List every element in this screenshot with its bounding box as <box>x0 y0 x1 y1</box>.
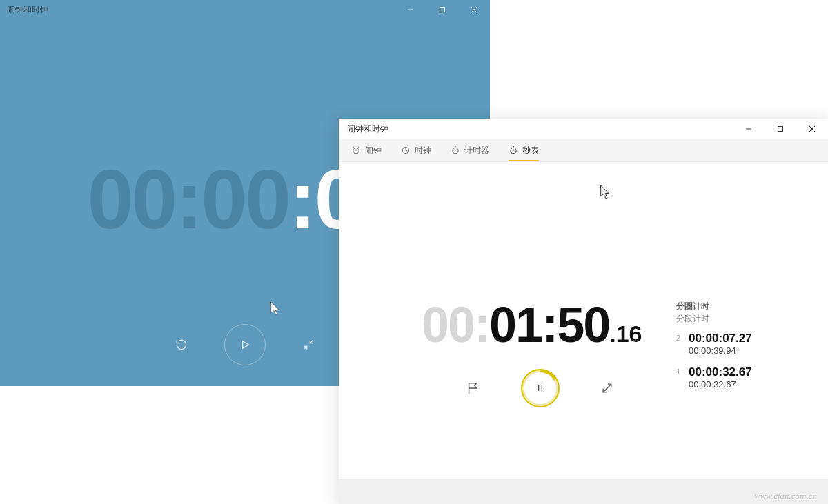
svg-marker-4 <box>243 341 249 349</box>
cursor-icon <box>600 185 610 199</box>
lap-row: 2 00:00:07.27 00:00:39.94 <box>676 332 787 356</box>
close-button[interactable] <box>796 119 828 139</box>
lap-header-total: 分段计时 <box>676 312 787 325</box>
svg-line-19 <box>455 150 457 151</box>
svg-line-13 <box>353 147 354 148</box>
window-title: 闹钟和时钟 <box>7 4 48 16</box>
svg-rect-1 <box>440 8 445 12</box>
svg-line-17 <box>406 150 407 151</box>
svg-point-21 <box>511 148 516 154</box>
play-button[interactable] <box>224 324 266 365</box>
tab-label: 闹钟 <box>365 145 382 157</box>
tab-label: 秒表 <box>522 145 539 157</box>
collapse-button[interactable] <box>296 332 321 357</box>
controls <box>463 369 618 407</box>
svg-point-18 <box>453 148 458 154</box>
minimize-button[interactable] <box>733 119 765 139</box>
watermark: www.cfan.com.cn <box>754 491 817 502</box>
cursor-icon <box>270 302 280 316</box>
lap-list: 分圈计时 分段计时 2 00:00:07.27 00:00:39.94 1 00… <box>676 300 787 399</box>
close-button[interactable] <box>458 0 490 19</box>
expand-button[interactable] <box>597 378 618 399</box>
lap-index: 2 <box>676 332 682 356</box>
window-title: 闹钟和时钟 <box>347 123 388 135</box>
lap-index: 1 <box>676 365 682 390</box>
lap-time: 00:00:07.27 <box>689 332 752 345</box>
tab-label: 计时器 <box>464 145 489 157</box>
lap-total: 00:00:32.67 <box>689 379 752 390</box>
stopwatch-body: 00:01:50.16 分圈计时 分段计时 2 00:00:07.27 00:0… <box>339 162 828 479</box>
tab-clock[interactable]: 时钟 <box>401 139 431 161</box>
lap-header-lap: 分圈计时 <box>676 300 787 312</box>
titlebar: 闹钟和时钟 <box>0 0 490 19</box>
tab-timer[interactable]: 计时器 <box>451 139 489 161</box>
hours: 00 <box>422 297 474 352</box>
tab-bar: 闹钟 时钟 计时器 秒表 <box>339 139 828 162</box>
lap-total: 00:00:39.94 <box>689 345 752 356</box>
maximize-button[interactable] <box>765 119 796 139</box>
tab-label: 时钟 <box>415 145 431 157</box>
svg-rect-8 <box>778 127 783 132</box>
pause-button[interactable] <box>521 369 560 407</box>
titlebar: 闹钟和时钟 <box>339 119 828 139</box>
tab-alarm[interactable]: 闹钟 <box>351 139 382 161</box>
lap-list-header: 分圈计时 分段计时 <box>676 300 787 325</box>
stopwatch-window: 闹钟和时钟 闹钟 时钟 <box>339 119 828 504</box>
reset-button[interactable] <box>169 332 194 357</box>
tab-stopwatch[interactable]: 秒表 <box>509 139 539 161</box>
lap-button[interactable] <box>463 378 484 399</box>
window-controls <box>733 119 828 139</box>
minutes: 01 <box>489 297 542 352</box>
stopwatch-display: 00:01:50.16 <box>422 296 642 353</box>
window-controls <box>395 0 490 19</box>
svg-line-14 <box>358 147 359 148</box>
hours: 00 <box>88 153 175 245</box>
maximize-button[interactable] <box>426 0 458 19</box>
seconds: 50 <box>557 297 609 352</box>
lap-time: 00:00:32.67 <box>689 365 752 379</box>
svg-point-11 <box>353 148 359 154</box>
centiseconds: .16 <box>609 321 642 347</box>
svg-line-28 <box>603 384 611 392</box>
minutes: 00 <box>201 153 288 245</box>
minimize-button[interactable] <box>395 0 426 19</box>
lap-row: 1 00:00:32.67 00:00:32.67 <box>676 365 787 390</box>
